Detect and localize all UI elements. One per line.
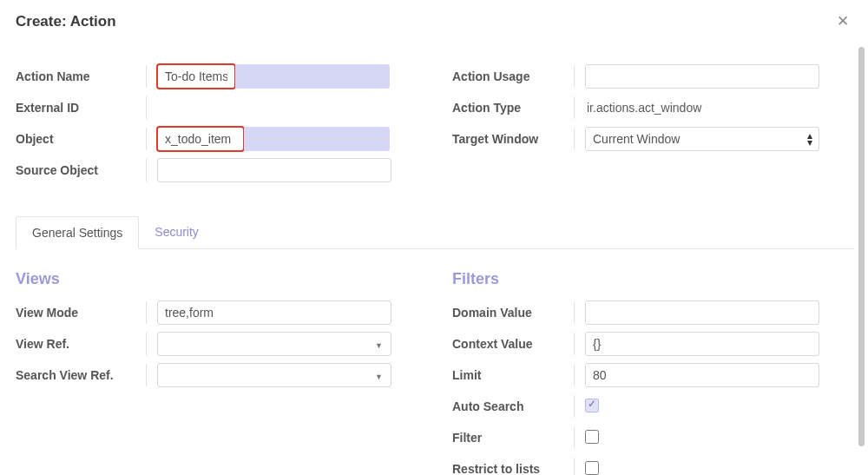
auto-search-checkbox[interactable] [585,399,599,412]
label-limit: Limit [452,368,574,382]
views-heading: Views [16,270,418,288]
action-usage-input[interactable] [585,64,819,89]
bottom-block: Views View Mode View Ref. ▼ [16,270,854,475]
label-source-object: Source Object [16,163,146,177]
domain-value-input[interactable] [585,300,819,325]
label-auto-search: Auto Search [452,399,574,413]
create-action-modal: Create: Action ✕ Action Name External ID [0,0,868,475]
label-view-mode: View Mode [16,306,146,320]
restrict-to-lists-checkbox[interactable] [585,461,599,475]
target-window-select[interactable]: Current Window [585,127,819,151]
source-object-input[interactable] [157,158,391,182]
context-value-input[interactable] [585,332,819,356]
object-input[interactable] [157,127,244,151]
label-restrict: Restrict to lists [452,462,574,475]
action-type-value: ir.actions.act_window [585,101,701,115]
limit-input[interactable] [585,363,819,387]
label-external-id: External ID [16,101,146,115]
top-block: Action Name External ID Object [16,63,854,188]
vertical-scrollbar[interactable] [858,47,865,446]
search-view-ref-input[interactable] [157,363,391,387]
label-object: Object [16,132,146,146]
filters-heading: Filters [452,270,854,288]
label-context-value: Context Value [452,337,574,351]
label-filter: Filter [452,431,574,445]
label-action-type: Action Type [452,101,574,115]
label-domain-value: Domain Value [452,306,574,320]
tab-general-settings[interactable]: General Settings [16,216,139,249]
modal-titlebar: Create: Action ✕ [0,0,868,39]
views-col: Views View Mode View Ref. ▼ [16,270,418,475]
tab-security[interactable]: Security [139,216,214,249]
modal-title: Create: Action [16,13,116,30]
label-search-view-ref: Search View Ref. [16,368,146,382]
label-action-usage: Action Usage [452,69,574,83]
top-left-col: Action Name External ID Object [16,63,418,188]
action-name-input[interactable] [157,64,235,89]
close-icon[interactable]: ✕ [837,12,849,30]
label-action-name: Action Name [16,69,146,83]
filter-checkbox[interactable] [585,430,599,444]
label-view-ref: View Ref. [16,337,146,351]
view-mode-input[interactable] [157,300,391,325]
modal-body: Action Name External ID Object [0,38,856,475]
filters-col: Filters Domain Value Context Value [452,270,854,475]
view-ref-input[interactable] [157,332,391,356]
top-right-col: Action Usage Action Type ir.actions.act_… [452,63,854,188]
label-target-window: Target Window [452,132,574,146]
tabs: General Settings Security [16,215,854,249]
